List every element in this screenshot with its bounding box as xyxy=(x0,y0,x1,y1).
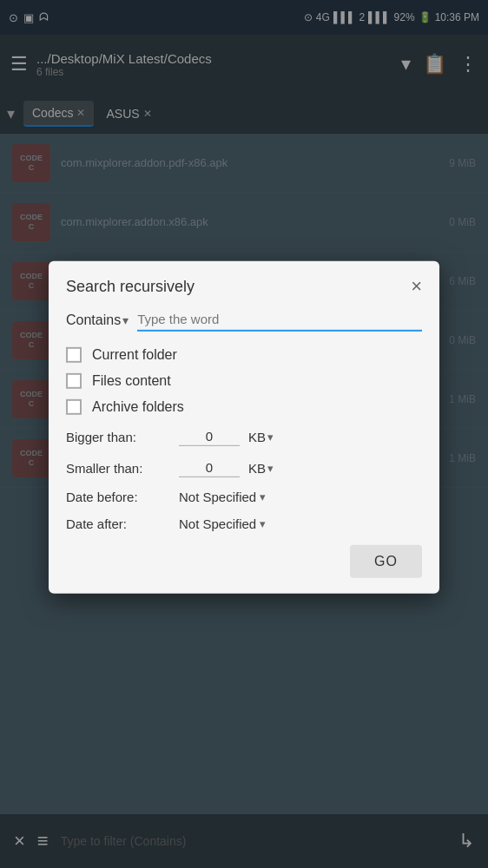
dialog-title: Search recursively xyxy=(66,277,195,295)
dialog-body: Contains ▾ Current folder Files content … xyxy=(49,308,439,531)
bigger-than-row: Bigger than: KB ▾ xyxy=(66,427,422,446)
date-before-label: Date before: xyxy=(66,490,170,504)
go-button[interactable]: GO xyxy=(350,545,422,578)
smaller-than-row: Smaller than: KB ▾ xyxy=(66,458,422,477)
files-content-label: Files content xyxy=(92,373,171,389)
date-after-value: Not Specified xyxy=(179,516,256,531)
date-before-value: Not Specified xyxy=(179,490,256,504)
search-input[interactable] xyxy=(137,308,422,332)
archive-folders-checkbox[interactable] xyxy=(66,399,82,415)
checkbox-current-folder[interactable]: Current folder xyxy=(66,347,422,363)
bigger-than-unit-label: KB xyxy=(248,429,266,444)
date-after-label: Date after: xyxy=(66,516,170,531)
bigger-than-unit-arrow-icon: ▾ xyxy=(267,430,274,443)
contains-dropdown[interactable]: Contains ▾ xyxy=(66,312,129,327)
contains-row: Contains ▾ xyxy=(66,308,422,332)
smaller-than-input[interactable] xyxy=(179,458,240,477)
date-after-row: Date after: Not Specified ▾ xyxy=(66,516,422,531)
smaller-than-unit-label: KB xyxy=(248,460,266,475)
date-after-arrow-icon: ▾ xyxy=(260,517,266,530)
date-before-dropdown[interactable]: Not Specified ▾ xyxy=(179,490,266,504)
smaller-than-label: Smaller than: xyxy=(66,460,170,475)
smaller-than-unit-arrow-icon: ▾ xyxy=(267,461,274,474)
current-folder-label: Current folder xyxy=(92,347,177,363)
date-before-arrow-icon: ▾ xyxy=(260,490,266,503)
bigger-than-unit[interactable]: KB ▾ xyxy=(248,429,274,444)
checkbox-files-content[interactable]: Files content xyxy=(66,373,422,389)
bigger-than-label: Bigger than: xyxy=(66,429,170,444)
bigger-than-input[interactable] xyxy=(179,427,240,446)
date-after-dropdown[interactable]: Not Specified ▾ xyxy=(179,516,266,531)
current-folder-checkbox[interactable] xyxy=(66,347,82,363)
search-dialog: Search recursively × Contains ▾ Current … xyxy=(49,261,439,594)
contains-label: Contains xyxy=(66,312,121,327)
dialog-close-button[interactable]: × xyxy=(411,277,422,296)
smaller-than-unit[interactable]: KB ▾ xyxy=(248,460,274,475)
date-before-row: Date before: Not Specified ▾ xyxy=(66,490,422,504)
checkbox-archive-folders[interactable]: Archive folders xyxy=(66,399,422,415)
dialog-header: Search recursively × xyxy=(49,261,439,308)
files-content-checkbox[interactable] xyxy=(66,373,82,389)
contains-dropdown-arrow-icon: ▾ xyxy=(122,312,129,326)
archive-folders-label: Archive folders xyxy=(92,399,184,415)
dialog-footer: GO xyxy=(49,531,439,582)
